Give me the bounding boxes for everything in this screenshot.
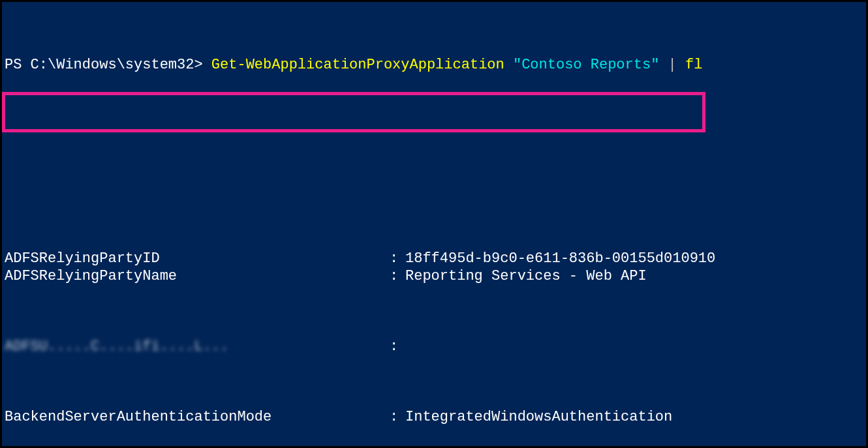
cmdlet-argument: "Contoso Reports" [504,57,660,73]
property-value: 18ff495d-b9c0-e611-836b-00155d010910 [405,250,866,267]
blank-line [2,127,866,144]
obscured-row-top: ADFSU.....C....ifi....L... : [2,338,866,355]
property-name: ADFSRelyingPartyID [5,250,390,267]
pipe-operator: | [659,57,676,73]
property-value: Reporting Services - Web API [405,267,866,285]
format-list-cmd: fl [677,57,703,73]
output-before-highlight: ADFSRelyingPartyID: 18ff495d-b9c0-e611-8… [2,250,866,285]
property-value: IntegratedWindowsAuthentication [405,408,866,426]
cmdlet-name: Get-WebApplicationProxyApplication [211,57,504,73]
property-name: BackendServerAuthenticationMode [5,408,390,426]
property-name: ADFSRelyingPartyName [5,267,390,285]
property-row: ADFSRelyingPartyName: Reporting Services… [2,267,866,285]
prompt-prefix: PS C:\Windows\system32> [5,57,211,73]
separator: : [390,408,405,426]
highlighted-property-row: BackendServerAuthenticationMode : Integr… [2,408,866,426]
blank-line [2,179,866,197]
command-line: PS C:\Windows\system32> Get-WebApplicati… [2,56,866,74]
property-row: ADFSRelyingPartyID: 18ff495d-b9c0-e611-8… [2,250,866,267]
separator: : [390,267,405,285]
separator: : [390,250,405,267]
powershell-terminal[interactable]: PS C:\Windows\system32> Get-WebApplicati… [2,2,866,446]
